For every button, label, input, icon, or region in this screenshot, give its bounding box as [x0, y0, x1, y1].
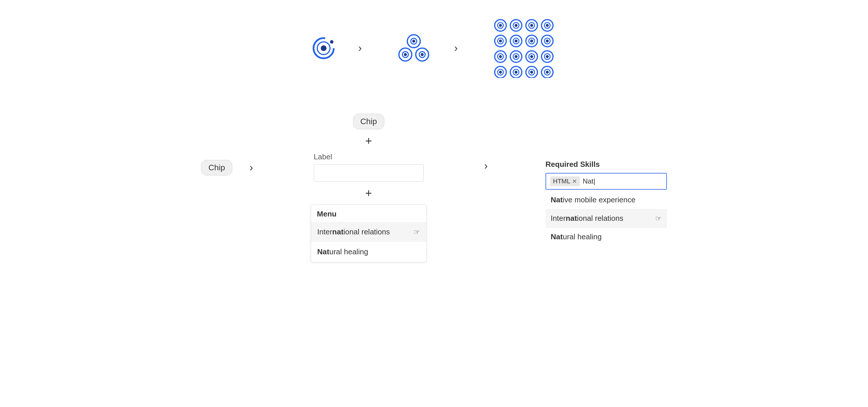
page-container: › ›	[0, 0, 868, 407]
triple-circle-icon	[397, 34, 431, 63]
required-skills-title: Required Skills	[546, 160, 667, 169]
menu-item-2-text: Natural healing	[317, 247, 368, 256]
svg-point-6	[412, 40, 415, 43]
svg-point-9	[404, 53, 407, 56]
center-section: Chip + Label + Menu International relati…	[311, 114, 427, 262]
cursor-icon-menu: ☞	[414, 228, 420, 236]
arrow-2: ›	[454, 42, 458, 54]
html-tag: HTML ✕	[550, 176, 580, 186]
label-field-label: Label	[314, 152, 424, 161]
bold-part: nat	[332, 228, 344, 236]
skills-text-input[interactable]	[583, 177, 662, 185]
label-section: Label	[314, 152, 424, 181]
svg-point-14	[492, 17, 495, 20]
label-input[interactable]	[314, 164, 424, 181]
right-section: Required Skills HTML ✕ Native mobile exp…	[546, 160, 667, 246]
required-skills-panel: Required Skills HTML ✕ Native mobile exp…	[546, 160, 667, 246]
left-chip-section: Chip ›	[201, 160, 253, 175]
bold-nat-2: nat	[566, 214, 577, 223]
menu-item-2[interactable]: Natural healing	[311, 242, 426, 262]
dropdown-item-1-text: Native mobile experience	[551, 195, 636, 204]
html-tag-label: HTML	[553, 177, 570, 185]
svg-point-12	[421, 53, 424, 56]
menu-dropdown: Menu International relations ☞ Natural h…	[311, 205, 427, 262]
svg-point-3	[330, 40, 334, 43]
top-icon-row: › ›	[0, 0, 868, 79]
tag-remove-button[interactable]: ✕	[572, 178, 577, 185]
bold-nat-1: Nat	[551, 195, 563, 204]
skills-input-box[interactable]: HTML ✕	[546, 173, 667, 190]
dropdown-item-3[interactable]: Natural healing	[546, 228, 667, 246]
middle-row: Chip › Chip + Label + Menu International…	[0, 114, 868, 262]
center-arrow-section: ›	[484, 160, 488, 172]
grid-circle-icon	[492, 17, 556, 79]
center-arrow: ›	[484, 160, 488, 172]
single-circle-icon	[312, 37, 335, 60]
skills-dropdown: Native mobile experience International r…	[546, 191, 667, 246]
left-arrow: ›	[250, 162, 253, 174]
plus-icon-1: +	[365, 135, 372, 147]
icon-section-2: ›	[397, 34, 458, 63]
chip-button-center[interactable]: Chip	[353, 114, 384, 129]
bold-part-2: Nat	[317, 247, 330, 256]
menu-item-1-text: International relations	[317, 228, 390, 236]
cursor-icon-dropdown: ☞	[655, 214, 662, 223]
svg-point-15	[492, 17, 494, 19]
dropdown-item-2[interactable]: International relations ☞	[546, 209, 667, 228]
icon-section-1: ›	[312, 37, 362, 60]
chip-button-left[interactable]: Chip	[201, 160, 232, 175]
bold-nat-3: Nat	[551, 232, 563, 241]
menu-item-1[interactable]: International relations ☞	[311, 222, 426, 242]
dropdown-item-2-text: International relations	[551, 214, 623, 223]
plus-icon-2: +	[365, 187, 372, 199]
menu-header: Menu	[311, 205, 426, 222]
dropdown-item-1[interactable]: Native mobile experience	[546, 191, 667, 209]
arrow-1: ›	[358, 42, 362, 54]
svg-point-2	[321, 45, 327, 51]
dropdown-item-3-text: Natural healing	[551, 232, 601, 241]
